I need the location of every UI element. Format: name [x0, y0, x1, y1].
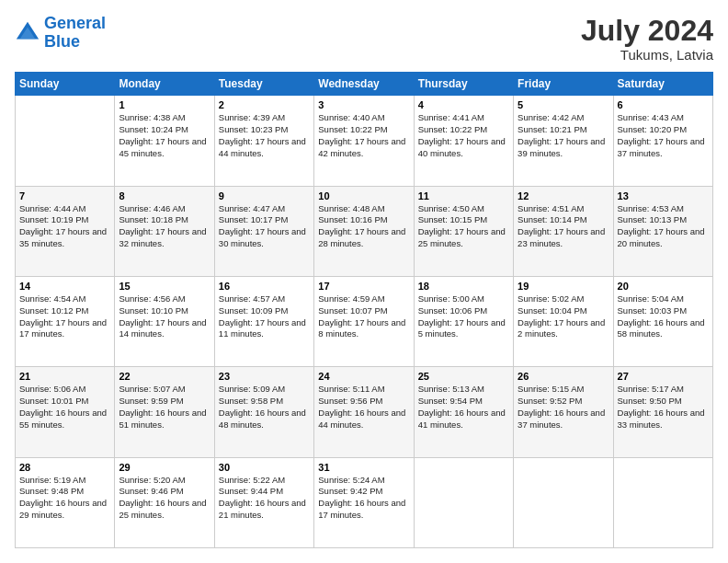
month-year: July 2024	[581, 15, 713, 47]
day-info: Sunrise: 4:47 AM Sunset: 10:17 PM Daylig…	[219, 203, 310, 250]
calendar-cell: 18Sunrise: 5:00 AM Sunset: 10:06 PM Dayl…	[414, 276, 513, 366]
day-number: 9	[219, 190, 310, 201]
calendar-cell: 4Sunrise: 4:41 AM Sunset: 10:22 PM Dayli…	[414, 96, 513, 186]
calendar-cell: 2Sunrise: 4:39 AM Sunset: 10:23 PM Dayli…	[214, 96, 313, 186]
day-number: 4	[418, 99, 509, 110]
day-info: Sunrise: 5:00 AM Sunset: 10:06 PM Daylig…	[418, 293, 509, 340]
day-number: 2	[219, 99, 310, 110]
day-number: 20	[618, 281, 709, 292]
day-info: Sunrise: 4:42 AM Sunset: 10:21 PM Daylig…	[518, 112, 609, 159]
calendar-cell: 22Sunrise: 5:07 AM Sunset: 9:59 PM Dayli…	[115, 367, 214, 457]
logo-line2: Blue	[44, 32, 80, 51]
calendar-cell: 28Sunrise: 5:19 AM Sunset: 9:48 PM Dayli…	[16, 457, 115, 547]
location: Tukums, Latvia	[581, 47, 713, 63]
day-number: 5	[518, 99, 609, 110]
weekday-header-monday: Monday	[115, 73, 214, 96]
calendar-cell: 15Sunrise: 4:56 AM Sunset: 10:10 PM Dayl…	[115, 276, 214, 366]
day-number: 23	[219, 371, 310, 382]
calendar-cell: 9Sunrise: 4:47 AM Sunset: 10:17 PM Dayli…	[214, 186, 313, 276]
day-info: Sunrise: 5:07 AM Sunset: 9:59 PM Dayligh…	[119, 384, 210, 431]
day-info: Sunrise: 4:57 AM Sunset: 10:09 PM Daylig…	[219, 293, 310, 340]
day-info: Sunrise: 4:44 AM Sunset: 10:19 PM Daylig…	[19, 203, 110, 250]
day-number: 12	[518, 190, 609, 201]
day-info: Sunrise: 4:51 AM Sunset: 10:14 PM Daylig…	[518, 203, 609, 250]
day-info: Sunrise: 4:54 AM Sunset: 10:12 PM Daylig…	[19, 293, 110, 340]
day-info: Sunrise: 5:17 AM Sunset: 9:50 PM Dayligh…	[618, 384, 709, 431]
day-info: Sunrise: 5:15 AM Sunset: 9:52 PM Dayligh…	[518, 384, 609, 431]
day-number: 8	[119, 190, 210, 201]
calendar-cell: 1Sunrise: 4:38 AM Sunset: 10:24 PM Dayli…	[115, 96, 214, 186]
day-info: Sunrise: 5:02 AM Sunset: 10:04 PM Daylig…	[518, 293, 609, 340]
page: General Blue July 2024 Tukums, Latvia Su…	[0, 0, 728, 563]
weekday-header-row: SundayMondayTuesdayWednesdayThursdayFrid…	[16, 73, 713, 96]
calendar-cell	[414, 457, 513, 547]
calendar-cell: 7Sunrise: 4:44 AM Sunset: 10:19 PM Dayli…	[16, 186, 115, 276]
day-info: Sunrise: 4:41 AM Sunset: 10:22 PM Daylig…	[418, 112, 509, 159]
calendar-cell: 23Sunrise: 5:09 AM Sunset: 9:58 PM Dayli…	[214, 367, 313, 457]
logo: General Blue	[15, 15, 106, 52]
calendar-week-0: 1Sunrise: 4:38 AM Sunset: 10:24 PM Dayli…	[16, 96, 713, 186]
calendar-cell: 30Sunrise: 5:22 AM Sunset: 9:44 PM Dayli…	[214, 457, 313, 547]
day-info: Sunrise: 4:59 AM Sunset: 10:07 PM Daylig…	[318, 293, 409, 340]
calendar-cell: 16Sunrise: 4:57 AM Sunset: 10:09 PM Dayl…	[214, 276, 313, 366]
day-number: 6	[618, 99, 709, 110]
calendar-cell: 25Sunrise: 5:13 AM Sunset: 9:54 PM Dayli…	[414, 367, 513, 457]
day-number: 1	[119, 99, 210, 110]
calendar-table: SundayMondayTuesdayWednesdayThursdayFrid…	[15, 72, 713, 548]
day-info: Sunrise: 4:56 AM Sunset: 10:10 PM Daylig…	[119, 293, 210, 340]
calendar-cell: 19Sunrise: 5:02 AM Sunset: 10:04 PM Dayl…	[514, 276, 613, 366]
day-number: 16	[219, 281, 310, 292]
header: General Blue July 2024 Tukums, Latvia	[15, 15, 713, 63]
day-number: 27	[618, 371, 709, 382]
day-info: Sunrise: 5:09 AM Sunset: 9:58 PM Dayligh…	[219, 384, 310, 431]
weekday-header-sunday: Sunday	[16, 73, 115, 96]
calendar-week-2: 14Sunrise: 4:54 AM Sunset: 10:12 PM Dayl…	[16, 276, 713, 366]
day-number: 25	[418, 371, 509, 382]
calendar-cell: 20Sunrise: 5:04 AM Sunset: 10:03 PM Dayl…	[613, 276, 712, 366]
day-number: 13	[618, 190, 709, 201]
calendar-week-3: 21Sunrise: 5:06 AM Sunset: 10:01 PM Dayl…	[16, 367, 713, 457]
calendar-cell: 17Sunrise: 4:59 AM Sunset: 10:07 PM Dayl…	[314, 276, 414, 366]
logo-icon	[15, 20, 40, 46]
day-info: Sunrise: 4:50 AM Sunset: 10:15 PM Daylig…	[418, 203, 509, 250]
calendar-cell: 6Sunrise: 4:43 AM Sunset: 10:20 PM Dayli…	[613, 96, 712, 186]
calendar-cell: 11Sunrise: 4:50 AM Sunset: 10:15 PM Dayl…	[414, 186, 513, 276]
calendar-cell: 12Sunrise: 4:51 AM Sunset: 10:14 PM Dayl…	[514, 186, 613, 276]
day-number: 11	[418, 190, 509, 201]
day-info: Sunrise: 4:38 AM Sunset: 10:24 PM Daylig…	[119, 112, 210, 159]
day-number: 3	[318, 99, 409, 110]
calendar-cell: 13Sunrise: 4:53 AM Sunset: 10:13 PM Dayl…	[613, 186, 712, 276]
day-number: 29	[119, 462, 210, 473]
day-info: Sunrise: 5:13 AM Sunset: 9:54 PM Dayligh…	[418, 384, 509, 431]
day-number: 22	[119, 371, 210, 382]
day-number: 28	[19, 462, 110, 473]
day-number: 30	[219, 462, 310, 473]
day-info: Sunrise: 4:43 AM Sunset: 10:20 PM Daylig…	[618, 112, 709, 159]
weekday-header-tuesday: Tuesday	[214, 73, 313, 96]
day-info: Sunrise: 5:24 AM Sunset: 9:42 PM Dayligh…	[318, 475, 409, 522]
day-number: 18	[418, 281, 509, 292]
calendar-cell: 31Sunrise: 5:24 AM Sunset: 9:42 PM Dayli…	[314, 457, 414, 547]
calendar-week-4: 28Sunrise: 5:19 AM Sunset: 9:48 PM Dayli…	[16, 457, 713, 547]
day-info: Sunrise: 5:22 AM Sunset: 9:44 PM Dayligh…	[219, 475, 310, 522]
calendar-cell: 27Sunrise: 5:17 AM Sunset: 9:50 PM Dayli…	[613, 367, 712, 457]
weekday-header-saturday: Saturday	[613, 73, 712, 96]
day-number: 10	[318, 190, 409, 201]
weekday-header-thursday: Thursday	[414, 73, 513, 96]
calendar-cell: 21Sunrise: 5:06 AM Sunset: 10:01 PM Dayl…	[16, 367, 115, 457]
day-number: 14	[19, 281, 110, 292]
calendar-cell: 14Sunrise: 4:54 AM Sunset: 10:12 PM Dayl…	[16, 276, 115, 366]
day-number: 17	[318, 281, 409, 292]
logo-line1: General	[44, 14, 106, 32]
day-info: Sunrise: 4:40 AM Sunset: 10:22 PM Daylig…	[318, 112, 409, 159]
day-info: Sunrise: 5:19 AM Sunset: 9:48 PM Dayligh…	[19, 475, 110, 522]
weekday-header-wednesday: Wednesday	[314, 73, 414, 96]
day-number: 26	[518, 371, 609, 382]
calendar-cell	[613, 457, 712, 547]
day-info: Sunrise: 4:53 AM Sunset: 10:13 PM Daylig…	[618, 203, 709, 250]
day-info: Sunrise: 5:04 AM Sunset: 10:03 PM Daylig…	[618, 293, 709, 340]
day-number: 7	[19, 190, 110, 201]
weekday-header-friday: Friday	[514, 73, 613, 96]
calendar-cell	[16, 96, 115, 186]
calendar-cell: 29Sunrise: 5:20 AM Sunset: 9:46 PM Dayli…	[115, 457, 214, 547]
